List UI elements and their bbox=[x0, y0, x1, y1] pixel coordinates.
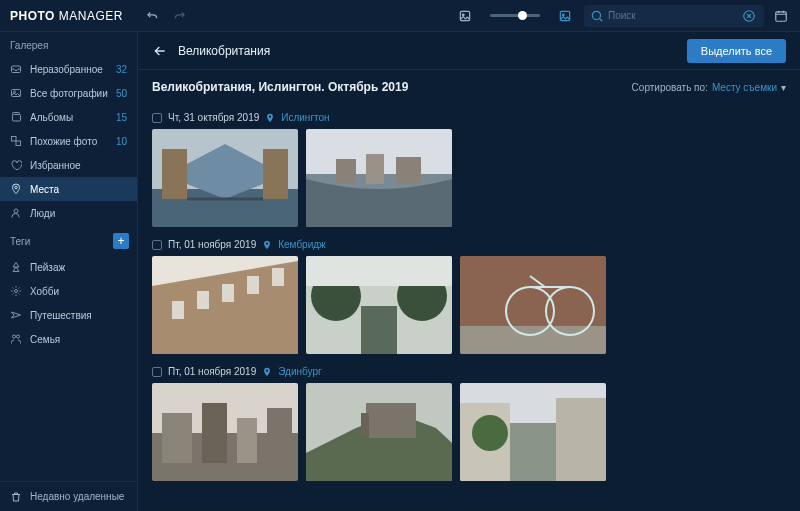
sidebar-tag-travel[interactable]: Путешествия bbox=[0, 303, 137, 327]
breadcrumb: Великобритания bbox=[178, 44, 270, 58]
photo-thumb[interactable] bbox=[152, 129, 298, 227]
sidebar-item-albums[interactable]: Альбомы 15 bbox=[0, 105, 137, 129]
group-header[interactable]: Пт, 01 ноября 2019 Кембридж bbox=[152, 233, 786, 256]
photo-thumb[interactable] bbox=[460, 383, 606, 481]
subheader: Великобритания, Ислингтон. Октябрь 2019 … bbox=[138, 70, 800, 100]
page-subtitle: Великобритания, Ислингтон. Октябрь 2019 bbox=[152, 80, 408, 94]
svg-rect-21 bbox=[263, 149, 288, 199]
svg-point-4 bbox=[592, 11, 600, 19]
group-checkbox[interactable] bbox=[152, 113, 162, 123]
pin-icon bbox=[10, 183, 22, 195]
search-input[interactable] bbox=[604, 10, 740, 21]
group-checkbox[interactable] bbox=[152, 367, 162, 377]
svg-point-15 bbox=[15, 290, 18, 293]
view-tools bbox=[456, 7, 574, 25]
photo-thumb[interactable] bbox=[460, 256, 606, 354]
sidebar-tag-hobby[interactable]: Хобби bbox=[0, 279, 137, 303]
sidebar-item-people[interactable]: Люди bbox=[0, 201, 137, 225]
tree-icon bbox=[10, 261, 22, 273]
search-icon bbox=[590, 7, 604, 25]
group-checkbox[interactable] bbox=[152, 240, 162, 250]
hobby-icon bbox=[10, 285, 22, 297]
svg-rect-58 bbox=[556, 398, 606, 481]
photo-thumb[interactable] bbox=[152, 383, 298, 481]
svg-rect-2 bbox=[560, 11, 569, 20]
photo-thumb[interactable] bbox=[152, 256, 298, 354]
back-button[interactable] bbox=[152, 43, 168, 59]
group-header[interactable]: Пт, 01 ноября 2019 Эдинбург bbox=[152, 360, 786, 383]
inbox-icon bbox=[10, 63, 22, 75]
undo-icon[interactable] bbox=[143, 7, 161, 25]
svg-rect-12 bbox=[16, 141, 21, 146]
sidebar-item-all-photos[interactable]: Все фотографии 50 bbox=[0, 81, 137, 105]
sidebar-tag-family[interactable]: Семья bbox=[0, 327, 137, 351]
people-icon bbox=[10, 207, 22, 219]
sort-control[interactable]: Сортировать по: Месту съемки ▾ bbox=[632, 82, 786, 93]
main-content: Великобритания Выделить все Великобритан… bbox=[138, 32, 800, 511]
calendar-icon[interactable] bbox=[772, 7, 790, 25]
similar-icon bbox=[10, 135, 22, 147]
albums-icon bbox=[10, 111, 22, 123]
svg-rect-11 bbox=[12, 137, 17, 142]
sidebar-trash[interactable]: Недавно удаленные bbox=[0, 481, 137, 511]
location-icon bbox=[265, 113, 275, 123]
group-location: Ислингтон bbox=[281, 112, 329, 123]
photo-thumb[interactable] bbox=[306, 256, 452, 354]
plane-icon bbox=[10, 309, 22, 321]
svg-point-60 bbox=[472, 415, 508, 451]
sidebar-item-similar[interactable]: Похожие фото 10 bbox=[0, 129, 137, 153]
clear-search-icon[interactable] bbox=[740, 7, 758, 25]
sidebar-section-tags-header: Теги + bbox=[0, 225, 137, 255]
photo-group: Пт, 01 ноября 2019 Эдинбург bbox=[152, 360, 786, 481]
svg-rect-26 bbox=[366, 154, 384, 184]
search-box[interactable] bbox=[584, 5, 764, 27]
heart-icon bbox=[10, 159, 22, 171]
undo-redo bbox=[143, 7, 189, 25]
photo-group: Чт, 31 октября 2019 Ислингтон bbox=[152, 106, 786, 227]
location-icon bbox=[262, 240, 272, 250]
photo-thumb[interactable] bbox=[306, 129, 452, 227]
svg-rect-31 bbox=[197, 291, 209, 309]
location-icon bbox=[262, 367, 272, 377]
svg-rect-0 bbox=[460, 11, 469, 20]
svg-rect-48 bbox=[162, 413, 192, 463]
svg-point-16 bbox=[13, 335, 16, 338]
redo-icon[interactable] bbox=[171, 7, 189, 25]
select-all-button[interactable]: Выделить все bbox=[687, 39, 786, 63]
group-location: Эдинбург bbox=[278, 366, 321, 377]
topbar: PHOTO MANAGER bbox=[0, 0, 800, 32]
zoom-slider[interactable] bbox=[490, 14, 540, 17]
svg-rect-33 bbox=[247, 276, 259, 294]
svg-rect-55 bbox=[361, 413, 369, 438]
svg-point-14 bbox=[14, 209, 18, 213]
svg-point-3 bbox=[562, 13, 564, 15]
gallery-scroll[interactable]: Чт, 31 октября 2019 Ислингтон bbox=[138, 100, 800, 511]
thumb-small-icon[interactable] bbox=[456, 7, 474, 25]
svg-rect-25 bbox=[336, 159, 356, 184]
thumb-large-icon[interactable] bbox=[556, 7, 574, 25]
sidebar-tag-landscape[interactable]: Пейзаж bbox=[0, 255, 137, 279]
svg-rect-27 bbox=[396, 157, 421, 184]
svg-rect-49 bbox=[202, 403, 227, 463]
svg-rect-34 bbox=[272, 268, 284, 286]
svg-rect-10 bbox=[13, 115, 21, 122]
group-location: Кембридж bbox=[278, 239, 326, 250]
sidebar-item-unsorted[interactable]: Неразобранное 32 bbox=[0, 57, 137, 81]
photo-thumb[interactable] bbox=[306, 383, 452, 481]
sidebar-item-places[interactable]: Места bbox=[0, 177, 137, 201]
group-header[interactable]: Чт, 31 октября 2019 Ислингтон bbox=[152, 106, 786, 129]
svg-rect-50 bbox=[237, 418, 257, 463]
photo-group: Пт, 01 ноября 2019 Кембридж bbox=[152, 233, 786, 354]
sidebar-item-favorites[interactable]: Избранное bbox=[0, 153, 137, 177]
svg-rect-59 bbox=[510, 423, 556, 481]
svg-point-17 bbox=[17, 335, 20, 338]
app-logo: PHOTO MANAGER bbox=[10, 9, 123, 23]
svg-point-1 bbox=[462, 13, 464, 15]
photos-icon bbox=[10, 87, 22, 99]
family-icon bbox=[10, 333, 22, 345]
svg-rect-54 bbox=[366, 403, 416, 438]
chevron-down-icon: ▾ bbox=[781, 82, 786, 93]
svg-rect-6 bbox=[776, 11, 787, 20]
add-tag-button[interactable]: + bbox=[113, 233, 129, 249]
sidebar-section-gallery: Галерея bbox=[0, 32, 137, 57]
